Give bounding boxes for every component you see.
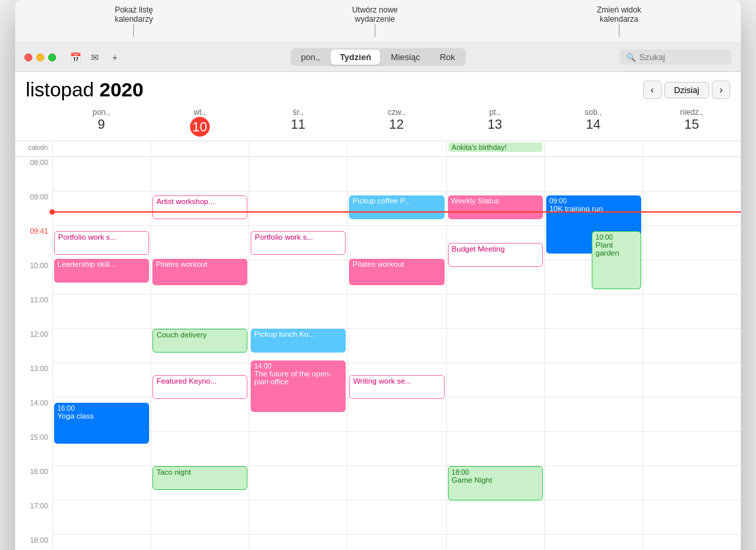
view-tabs: pon., Tydzień Miesiąc Rok	[290, 48, 466, 66]
calendar-header: listopad 2020 ‹ Dzisiaj ›	[15, 72, 741, 104]
day-col-sun	[643, 157, 741, 550]
annotation-2: Utwórz nowe wydarzenie	[352, 5, 398, 40]
month-title: listopad 2020	[26, 79, 144, 101]
allday-fri: Ankita's birthday!	[446, 141, 544, 156]
day-header-tue: wt., 10	[150, 106, 249, 138]
leadership-skill-mon[interactable]: Leadership skill...	[54, 259, 149, 283]
time-grid: 08:00 09:00 09:41 10:00 11:00 12:00 13:0…	[15, 157, 741, 550]
pickup-coffee-thu[interactable]: Pickup coffee P...	[349, 195, 444, 219]
plant-garden-sat[interactable]: 10:00Plant garden	[592, 231, 641, 289]
time-1600: 16:00	[15, 466, 52, 500]
featured-keyno-tue[interactable]: Featured Keyno...	[152, 375, 247, 399]
search-input[interactable]	[639, 52, 725, 62]
allday-sun	[643, 141, 741, 156]
weekly-status-fri[interactable]: Weekly Status	[448, 195, 543, 219]
tab-year[interactable]: Rok	[431, 50, 464, 65]
day-header-sat: sob., 14	[544, 106, 643, 138]
time-labels: 08:00 09:00 09:41 10:00 11:00 12:00 13:0…	[15, 157, 52, 550]
artist-workshop-tue[interactable]: Artist workshop...	[152, 195, 247, 219]
taco-night-tue[interactable]: Taco night	[152, 466, 247, 490]
traffic-lights	[24, 53, 56, 61]
annotation-3: Zmień widok kalendarza	[597, 5, 641, 40]
day-header-fri: pt., 13	[446, 106, 544, 138]
maximize-button[interactable]	[48, 53, 56, 61]
calendar-app-window: Pokaż listę kalendarzy Utwórz nowe wydar…	[15, 0, 741, 550]
time-1800: 18:00	[15, 535, 52, 550]
year-label: 2020	[100, 79, 144, 100]
time-1400: 14:00	[15, 397, 52, 432]
budget-meeting-fri[interactable]: Budget Meeting	[448, 243, 543, 267]
time-1100: 11:00	[15, 294, 52, 329]
time-0900: 09:00	[15, 191, 52, 226]
allday-tue	[150, 141, 249, 156]
toolbar-icons: 📅 ✉ +	[68, 50, 122, 65]
time-1200: 12:00	[15, 329, 52, 363]
allday-thu	[347, 141, 445, 156]
yoga-class-mon[interactable]: 16:00Yoga class	[54, 403, 149, 444]
annotation-2-text: Utwórz nowe wydarzenie	[352, 5, 398, 24]
writing-work-thu[interactable]: Writing work se...	[349, 375, 444, 399]
allday-sat	[544, 141, 643, 156]
search-box[interactable]: 🔍	[619, 50, 732, 65]
calendar-list-icon[interactable]: 📅	[68, 50, 82, 65]
annotation-1: Pokaż listę kalendarzy	[115, 5, 153, 40]
pilates-workout-tue[interactable]: Pilates workout	[152, 259, 247, 285]
allday-row: całodn. Ankita's birthday!	[15, 141, 741, 157]
days-header: pon., 9 wt., 10 śr., 11 czw., 12 pt., 13…	[15, 104, 741, 141]
calendar-area: listopad 2020 ‹ Dzisiaj › pon., 9 wt., 1…	[15, 72, 741, 550]
tab-month[interactable]: Miesiąc	[382, 50, 429, 65]
day-header-wed: śr., 11	[249, 106, 347, 138]
day-col-mon: Portfolio work s... Leadership skill... …	[52, 157, 150, 550]
time-1000: 10:00	[15, 260, 52, 294]
annotation-3-text: Zmień widok kalendarza	[597, 5, 641, 24]
time-grid-container: 08:00 09:00 09:41 10:00 11:00 12:00 13:0…	[15, 157, 741, 550]
time-0941: 09:41	[15, 226, 52, 260]
day-col-tue: Artist workshop... Pilates workout Couch…	[150, 157, 249, 550]
current-time-dot	[49, 209, 55, 215]
minimize-button[interactable]	[36, 53, 44, 61]
couch-delivery-tue[interactable]: Couch delivery	[152, 329, 247, 353]
search-icon: 🔍	[626, 53, 636, 62]
close-button[interactable]	[24, 53, 32, 61]
day-col-wed: Portfolio work s... Pickup lunch Ko... 1…	[249, 157, 347, 550]
day-header-sun: niedz., 15	[643, 106, 741, 138]
time-1500: 15:00	[15, 432, 52, 466]
allday-mon	[52, 141, 150, 156]
current-time-line	[52, 211, 741, 213]
pilates-workout-thu[interactable]: Pilates workout	[349, 259, 444, 285]
next-button[interactable]: ›	[712, 81, 730, 99]
time-1300: 13:00	[15, 363, 52, 397]
annotations-row: Pokaż listę kalendarzy Utwórz nowe wydar…	[15, 0, 741, 43]
view-tabs-container: pon., Tydzień Miesiąc Rok	[290, 48, 466, 66]
allday-label: całodn.	[15, 141, 52, 156]
add-event-icon[interactable]: +	[108, 50, 122, 65]
day-col-thu: Pickup coffee P... Pilates workout Writi…	[347, 157, 445, 550]
day-col-sat: 09:0010K training run 10:00Plant garden	[544, 157, 643, 550]
tab-day[interactable]: pon.,	[292, 50, 329, 65]
today-button[interactable]: Dzisiaj	[664, 82, 709, 98]
time-0800: 08:00	[15, 157, 52, 191]
allday-wed	[249, 141, 347, 156]
future-openplan-wed[interactable]: 14:00The future of the open-plan office	[251, 361, 346, 412]
tab-week[interactable]: Tydzień	[331, 50, 380, 65]
time-1700: 17:00	[15, 500, 52, 535]
day-header-thu: czw., 12	[347, 106, 445, 138]
day-col-fri: Weekly Status Budget Meeting 18:00Game N…	[446, 157, 544, 550]
portfolio-work-wed[interactable]: Portfolio work s...	[251, 231, 346, 255]
calendar-nav: ‹ Dzisiaj ›	[643, 81, 730, 99]
pickup-lunch-wed[interactable]: Pickup lunch Ko...	[251, 329, 346, 353]
annotation-1-text: Pokaż listę kalendarzy	[115, 5, 153, 24]
game-night-fri[interactable]: 18:00Game Night	[448, 466, 543, 500]
inbox-icon[interactable]: ✉	[88, 50, 102, 65]
day-header-mon: pon., 9	[52, 106, 150, 138]
prev-button[interactable]: ‹	[643, 81, 662, 99]
titlebar: 📅 ✉ + pon., Tydzień Miesiąc Rok 🔍	[15, 43, 741, 72]
portfolio-work-mon[interactable]: Portfolio work s...	[54, 231, 149, 255]
ankita-birthday-event[interactable]: Ankita's birthday!	[449, 143, 542, 152]
